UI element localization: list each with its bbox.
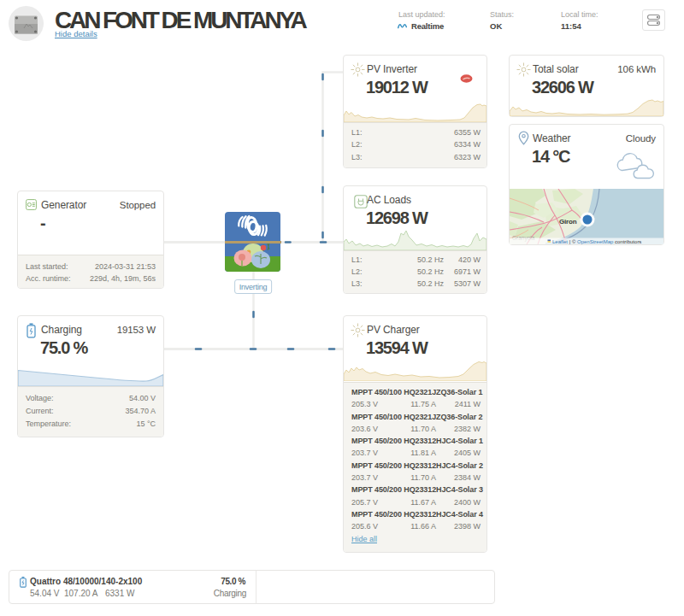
svg-text:Leaflet | © OpenStreetMap cont: Leaflet | © OpenStreetMap contributors [552,239,641,244]
svg-text:Giron: Giron [559,218,577,226]
